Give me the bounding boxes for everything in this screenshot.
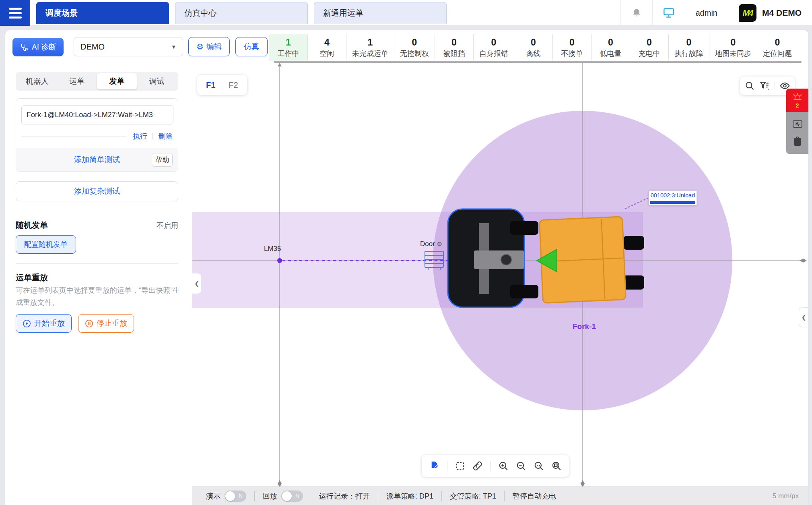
- sidebar-tab[interactable]: 发单: [97, 73, 137, 89]
- statusbar-setting[interactable]: 派单策略: DP1: [378, 491, 442, 501]
- stat-item[interactable]: 0 不接单: [552, 34, 591, 61]
- app-root: 调度场景 仿真中心 新通用运单 admin M4 M4 DEMO AI 诊断: [0, 0, 812, 505]
- stat-value: 0: [479, 36, 508, 48]
- monitor-pulse-icon[interactable]: [792, 119, 803, 129]
- stat-value: 0: [715, 36, 751, 48]
- scene-toolbar: AI 诊断 DEMO ▼ ⚙ 编辑 仿真 1 工作中: [5, 30, 808, 62]
- alarm-siren-icon: [791, 93, 804, 102]
- floor-tab[interactable]: F1: [200, 81, 222, 90]
- map-viewport[interactable]: F1 F2 2: [192, 63, 808, 486]
- statusbar: 演示 N 回放 N: [192, 486, 808, 505]
- delete-link[interactable]: 删除: [158, 131, 173, 141]
- sidebar-tab[interactable]: 调试: [137, 73, 177, 89]
- right-panel-collapse-handle[interactable]: ❮: [799, 307, 808, 327]
- task-tooltip: 001002:3:Unload: [649, 190, 697, 205]
- stat-item[interactable]: 0 自身报错: [473, 34, 514, 61]
- toggle-knob: [282, 491, 292, 501]
- start-replay-button[interactable]: 开始重放: [16, 314, 72, 333]
- statusbar-setting[interactable]: 暂停自动充电: [505, 491, 564, 501]
- stat-value: 0: [674, 36, 703, 48]
- stat-label: 被阻挡: [441, 48, 468, 59]
- lm35-point: [277, 258, 282, 263]
- robot-name-label: Fork-1: [568, 322, 600, 331]
- stat-item[interactable]: 0 充电中: [630, 34, 668, 61]
- zoom-in-icon[interactable]: [498, 461, 509, 471]
- m4-logo: M4: [739, 4, 756, 22]
- help-button[interactable]: 帮助: [152, 153, 173, 167]
- task-actions: 执行 删除: [21, 130, 173, 142]
- annotate-icon[interactable]: [429, 461, 440, 472]
- tab-simulation-center[interactable]: 仿真中心: [175, 2, 308, 24]
- chevron-down-icon: ▼: [171, 44, 176, 50]
- brand-name: M4 DEMO: [762, 8, 802, 18]
- stat-item[interactable]: 0 执行故障: [668, 34, 709, 61]
- measure-ruler-icon[interactable]: [472, 461, 483, 471]
- map-edit-toolbar: [422, 455, 569, 477]
- zoom-fit-selection-icon[interactable]: [551, 461, 562, 471]
- hamburger-icon: [9, 8, 22, 10]
- toggle-switch[interactable]: N: [281, 491, 303, 502]
- sidebar-collapse-handle[interactable]: ❮: [192, 273, 202, 294]
- divider: [447, 461, 447, 471]
- task-tooltip-text: 001002:3:Unload: [649, 192, 697, 199]
- alarm-panel[interactable]: 2: [786, 89, 808, 112]
- clipboard-icon[interactable]: [793, 136, 802, 147]
- stat-item[interactable]: 0 无控制权: [394, 34, 435, 61]
- hamburger-menu-button[interactable]: [0, 0, 30, 26]
- stat-value: 1: [275, 36, 302, 48]
- task-card-footer: 添加简单测试 帮助: [16, 148, 178, 171]
- divider: [153, 133, 153, 139]
- stat-label: 无控制权: [400, 48, 429, 59]
- stat-value: 0: [763, 36, 792, 48]
- add-complex-test-button[interactable]: 添加复杂测试: [16, 181, 178, 201]
- stat-label: 空闲: [313, 48, 340, 59]
- alarm-count-badge: 2: [796, 102, 799, 108]
- search-icon[interactable]: [744, 81, 755, 91]
- window-titlebar: 调度场景 仿真中心 新通用运单 admin M4 M4 DEMO: [0, 0, 812, 26]
- notification-bell-button[interactable]: [620, 0, 652, 26]
- map-side-dock: [786, 112, 808, 154]
- select-area-icon[interactable]: [455, 461, 465, 471]
- floor-tabs: F1 F2: [197, 75, 247, 95]
- replay-title: 运单重放: [16, 272, 48, 283]
- edit-button[interactable]: ⚙ 编辑: [188, 37, 230, 56]
- zoom-fit-image-icon[interactable]: [534, 461, 544, 471]
- user-menu[interactable]: admin: [685, 0, 728, 26]
- stat-item[interactable]: 4 空闲: [307, 34, 346, 61]
- door-label: Door ⚙: [420, 240, 442, 248]
- floor-tab[interactable]: F2: [222, 81, 244, 90]
- toggle-label: 演示: [206, 491, 221, 501]
- filter-icon[interactable]: [759, 81, 770, 91]
- ai-diagnosis-button[interactable]: AI 诊断: [12, 38, 64, 56]
- zoom-out-icon[interactable]: [516, 461, 526, 471]
- random-dispatch-header: 随机发单 不启用: [16, 220, 178, 231]
- monitor-button[interactable]: [652, 0, 685, 26]
- stat-item[interactable]: 0 地图未同步: [709, 34, 757, 61]
- tab-dispatch-scene[interactable]: 调度场景: [36, 2, 169, 24]
- configure-random-dispatch-button[interactable]: 配置随机发单: [16, 235, 76, 254]
- sidebar: 机器人 运单 发单 调试 执行 删除 添加简单测试 帮助: [5, 63, 192, 505]
- toggle-knob: [225, 491, 235, 501]
- simulate-button[interactable]: 仿真: [235, 37, 268, 56]
- scene-select[interactable]: DEMO ▼: [74, 37, 183, 56]
- tab-new-transport-order[interactable]: 新通用运单: [314, 2, 447, 24]
- divider: [21, 136, 126, 137]
- statusbar-setting[interactable]: 交管策略: TP1: [442, 491, 505, 501]
- stat-item[interactable]: 0 离线: [514, 34, 552, 61]
- stat-item[interactable]: 0 定位问题: [757, 34, 798, 61]
- statusbar-setting[interactable]: 运行记录：打开: [311, 491, 378, 501]
- toggle-switch[interactable]: N: [225, 491, 246, 502]
- task-expression-input[interactable]: [21, 105, 173, 124]
- sidebar-tab[interactable]: 运单: [57, 73, 97, 89]
- divider: [775, 81, 775, 90]
- statusbar-toggle-item: 演示 N: [198, 491, 255, 501]
- stat-item[interactable]: 1 未完成运单: [346, 34, 394, 61]
- robot-forklift[interactable]: [448, 209, 644, 307]
- stat-item[interactable]: 1 工作中: [269, 34, 307, 61]
- stop-replay-button[interactable]: 停止重放: [78, 314, 134, 333]
- stat-item[interactable]: 0 低电量: [591, 34, 630, 61]
- execute-link[interactable]: 执行: [133, 131, 147, 141]
- stat-label: 充电中: [636, 48, 663, 59]
- stat-item[interactable]: 0 被阻挡: [435, 34, 473, 61]
- sidebar-tab[interactable]: 机器人: [17, 73, 57, 89]
